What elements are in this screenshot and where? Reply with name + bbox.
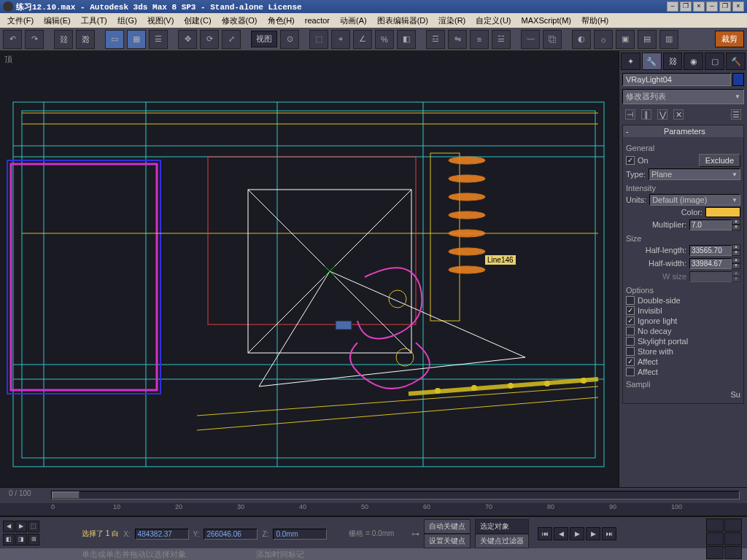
time-ruler[interactable]: 0 10 20 30 40 50 60 70 80 90 100 bbox=[0, 503, 747, 516]
angle-snap-button[interactable]: ∠ bbox=[353, 30, 372, 49]
time-slider-thumb[interactable] bbox=[52, 491, 80, 499]
select-by-name-button[interactable]: ☰ bbox=[149, 30, 168, 49]
display-tab[interactable]: ▢ bbox=[705, 52, 724, 70]
arc-rotate-button[interactable] bbox=[724, 546, 742, 559]
menu-maxscript[interactable]: MAXScript(M) bbox=[517, 15, 576, 26]
set-key-button[interactable]: 设置关键点 bbox=[424, 534, 471, 548]
unlink-button[interactable]: ⛓̸ bbox=[76, 30, 95, 49]
fov-button[interactable] bbox=[724, 532, 742, 545]
units-dropdown[interactable]: Default (image)▼ bbox=[649, 194, 740, 206]
invisible-checkbox[interactable] bbox=[626, 306, 635, 315]
move-button[interactable]: ✥ bbox=[178, 30, 197, 49]
select-region-button[interactable]: ▦ bbox=[127, 30, 146, 49]
time-slider[interactable]: 0 / 100 bbox=[0, 487, 747, 503]
goto-end-button[interactable]: ⏭ bbox=[602, 527, 616, 540]
curve-editor-button[interactable]: 〰 bbox=[521, 30, 540, 49]
next-key-button[interactable]: ▶ bbox=[586, 527, 600, 540]
prev-frame-button[interactable]: ◀ bbox=[3, 521, 15, 532]
y-field[interactable]: 266046.06 bbox=[204, 529, 258, 540]
pan-button[interactable] bbox=[706, 546, 724, 559]
zoom-button[interactable] bbox=[706, 518, 724, 532]
close-child-button[interactable]: × bbox=[693, 1, 705, 12]
mirror-button[interactable]: ⇋ bbox=[448, 30, 467, 49]
snap-button[interactable]: ⌖ bbox=[331, 30, 350, 49]
rotate-button[interactable]: ⟳ bbox=[200, 30, 219, 49]
show-result-icon[interactable]: ∥ bbox=[641, 109, 651, 120]
menu-group[interactable]: 组(G) bbox=[113, 14, 142, 28]
double-side-checkbox[interactable] bbox=[626, 296, 635, 305]
light-color-swatch[interactable] bbox=[705, 207, 740, 217]
named-sel-button[interactable]: ☲ bbox=[426, 30, 445, 49]
affect2-checkbox[interactable] bbox=[626, 368, 635, 376]
menu-edit[interactable]: 编辑(E) bbox=[39, 14, 75, 28]
zoom-all-button[interactable] bbox=[724, 518, 742, 532]
crop-button[interactable]: 裁剪 bbox=[715, 31, 744, 47]
modify-tab[interactable]: 🔧 bbox=[642, 52, 662, 70]
store-with-checkbox[interactable] bbox=[626, 347, 635, 356]
no-decay-checkbox[interactable] bbox=[626, 327, 635, 335]
key-target-dropdown[interactable]: 选定对象 bbox=[475, 519, 529, 534]
menu-reactor[interactable]: reactor bbox=[301, 15, 334, 26]
make-unique-icon[interactable]: ⋁ bbox=[657, 109, 667, 120]
x-lock-icon[interactable]: ◨ bbox=[15, 534, 27, 545]
play-button[interactable]: ▶ bbox=[570, 527, 584, 540]
scale-button[interactable]: ⤢ bbox=[222, 30, 241, 49]
pin-stack-icon[interactable]: ⊣ bbox=[625, 109, 635, 120]
spinner-snap-button[interactable]: ◧ bbox=[397, 30, 416, 49]
minimize-child-button[interactable]: – bbox=[667, 1, 678, 12]
goto-start-button[interactable]: ⏮ bbox=[538, 527, 552, 540]
exclude-button[interactable]: Exclude bbox=[699, 154, 740, 167]
x-field[interactable]: 484382.37 bbox=[135, 529, 189, 540]
configure-sets-icon[interactable]: ☰ bbox=[731, 109, 741, 120]
minimize-button[interactable]: – bbox=[706, 1, 718, 12]
menu-views[interactable]: 视图(V) bbox=[143, 14, 179, 28]
lock-selection-icon[interactable]: ⬚ bbox=[28, 521, 39, 532]
zoom-extents-button[interactable] bbox=[706, 532, 724, 545]
utilities-tab[interactable]: 🔨 bbox=[726, 52, 746, 70]
time-tag-button[interactable]: 添加时间标记 bbox=[256, 549, 304, 560]
menu-create[interactable]: 创建(C) bbox=[179, 14, 215, 28]
render-preset-button[interactable]: ▥ bbox=[659, 30, 678, 49]
on-checkbox[interactable] bbox=[626, 156, 635, 165]
material-button[interactable]: ◐ bbox=[572, 30, 591, 49]
type-dropdown[interactable]: Plane▼ bbox=[649, 168, 740, 180]
affect1-checkbox[interactable] bbox=[626, 357, 635, 366]
select-manipulate-button[interactable]: ⬚ bbox=[309, 30, 328, 49]
align-button[interactable]: ≡ bbox=[470, 30, 489, 49]
abs-rel-icon[interactable]: ⊞ bbox=[28, 534, 39, 545]
viewport-top[interactable] bbox=[0, 51, 619, 487]
modifier-list-dropdown[interactable]: 修改器列表▼ bbox=[622, 89, 744, 104]
menu-file[interactable]: 文件(F) bbox=[3, 14, 38, 28]
link-button[interactable]: ⛓ bbox=[54, 30, 73, 49]
menu-modifiers[interactable]: 修改器(O) bbox=[217, 14, 262, 28]
redo-button[interactable]: ↷ bbox=[25, 30, 44, 49]
rollup-parameters[interactable]: -Parameters bbox=[623, 125, 743, 137]
render-scene-button[interactable]: ☼ bbox=[594, 30, 613, 49]
restore-button[interactable]: ❐ bbox=[719, 1, 731, 12]
menu-help[interactable]: 帮助(H) bbox=[577, 14, 613, 28]
remove-modifier-icon[interactable]: ✕ bbox=[673, 109, 684, 120]
close-button[interactable]: × bbox=[732, 1, 744, 12]
motion-tab[interactable]: ◉ bbox=[684, 52, 703, 70]
skylight-portal-checkbox[interactable] bbox=[626, 337, 635, 346]
layer-button[interactable]: ☱ bbox=[492, 30, 511, 49]
object-color-swatch[interactable] bbox=[732, 73, 744, 86]
render-last-button[interactable]: ▤ bbox=[638, 30, 657, 49]
isolate-icon[interactable]: ◧ bbox=[3, 534, 15, 545]
half-length-spinner[interactable]: ▲▼ bbox=[689, 244, 740, 256]
ref-coord-dropdown[interactable]: 视图 bbox=[251, 31, 277, 47]
ignore-light-checkbox[interactable] bbox=[626, 316, 635, 325]
pivot-button[interactable]: ⊙ bbox=[280, 30, 299, 49]
half-width-spinner[interactable]: ▲▼ bbox=[689, 257, 740, 269]
multiplier-spinner[interactable]: ▲▼ bbox=[689, 219, 740, 230]
create-tab[interactable]: ✦ bbox=[621, 52, 640, 70]
key-icon[interactable]: ⊶ bbox=[411, 529, 419, 539]
z-field[interactable]: 0.0mm bbox=[273, 529, 327, 540]
menu-tools[interactable]: 工具(T) bbox=[77, 14, 112, 28]
menu-graph[interactable]: 图表编辑器(D) bbox=[373, 14, 433, 28]
select-button[interactable]: ▭ bbox=[105, 30, 124, 49]
auto-key-button[interactable]: 自动关键点 bbox=[424, 519, 471, 534]
next-frame-button[interactable]: ▶ bbox=[15, 521, 27, 532]
undo-button[interactable]: ↶ bbox=[3, 30, 22, 49]
prev-key-button[interactable]: ◀ bbox=[554, 527, 568, 540]
